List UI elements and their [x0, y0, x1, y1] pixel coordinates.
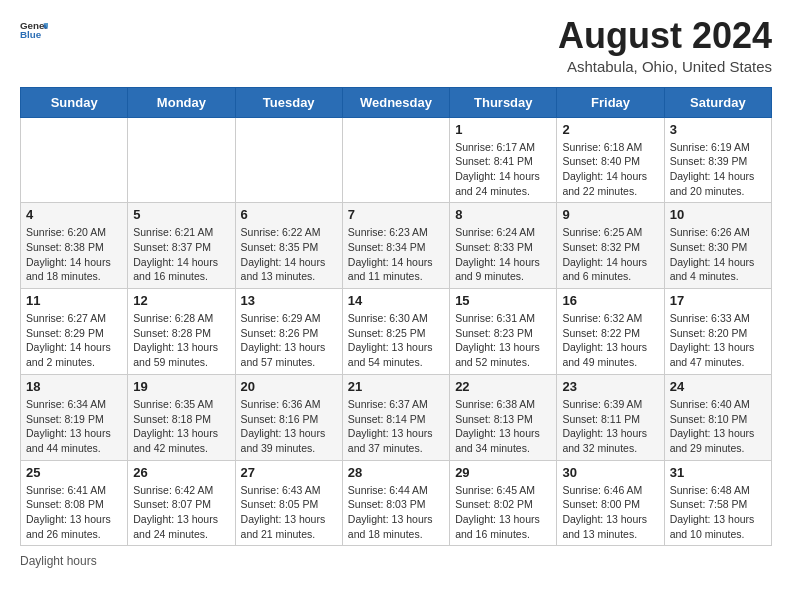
- cell-detail: Sunrise: 6:32 AM Sunset: 8:22 PM Dayligh…: [562, 311, 658, 370]
- date-number: 30: [562, 465, 658, 480]
- calendar-day-header: Friday: [557, 87, 664, 117]
- title-area: August 2024 Ashtabula, Ohio, United Stat…: [558, 16, 772, 75]
- date-number: 4: [26, 207, 122, 222]
- date-number: 23: [562, 379, 658, 394]
- calendar-cell: 12Sunrise: 6:28 AM Sunset: 8:28 PM Dayli…: [128, 289, 235, 375]
- cell-detail: Sunrise: 6:48 AM Sunset: 7:58 PM Dayligh…: [670, 483, 766, 542]
- logo: General Blue: [20, 16, 48, 44]
- calendar-cell: 4Sunrise: 6:20 AM Sunset: 8:38 PM Daylig…: [21, 203, 128, 289]
- cell-detail: Sunrise: 6:21 AM Sunset: 8:37 PM Dayligh…: [133, 225, 229, 284]
- cell-detail: Sunrise: 6:35 AM Sunset: 8:18 PM Dayligh…: [133, 397, 229, 456]
- calendar-day-header: Saturday: [664, 87, 771, 117]
- date-number: 16: [562, 293, 658, 308]
- calendar-table: SundayMondayTuesdayWednesdayThursdayFrid…: [20, 87, 772, 547]
- cell-detail: Sunrise: 6:26 AM Sunset: 8:30 PM Dayligh…: [670, 225, 766, 284]
- date-number: 24: [670, 379, 766, 394]
- cell-detail: Sunrise: 6:31 AM Sunset: 8:23 PM Dayligh…: [455, 311, 551, 370]
- cell-detail: Sunrise: 6:43 AM Sunset: 8:05 PM Dayligh…: [241, 483, 337, 542]
- calendar-cell: 16Sunrise: 6:32 AM Sunset: 8:22 PM Dayli…: [557, 289, 664, 375]
- date-number: 14: [348, 293, 444, 308]
- cell-detail: Sunrise: 6:45 AM Sunset: 8:02 PM Dayligh…: [455, 483, 551, 542]
- page-title: August 2024: [558, 16, 772, 56]
- calendar-day-header: Monday: [128, 87, 235, 117]
- calendar-week-row: 25Sunrise: 6:41 AM Sunset: 8:08 PM Dayli…: [21, 460, 772, 546]
- page-header: General Blue August 2024 Ashtabula, Ohio…: [20, 16, 772, 75]
- calendar-cell: 3Sunrise: 6:19 AM Sunset: 8:39 PM Daylig…: [664, 117, 771, 203]
- cell-detail: Sunrise: 6:18 AM Sunset: 8:40 PM Dayligh…: [562, 140, 658, 199]
- date-number: 20: [241, 379, 337, 394]
- calendar-cell: 27Sunrise: 6:43 AM Sunset: 8:05 PM Dayli…: [235, 460, 342, 546]
- calendar-cell: 10Sunrise: 6:26 AM Sunset: 8:30 PM Dayli…: [664, 203, 771, 289]
- calendar-cell: 25Sunrise: 6:41 AM Sunset: 8:08 PM Dayli…: [21, 460, 128, 546]
- calendar-week-row: 18Sunrise: 6:34 AM Sunset: 8:19 PM Dayli…: [21, 374, 772, 460]
- calendar-cell: 7Sunrise: 6:23 AM Sunset: 8:34 PM Daylig…: [342, 203, 449, 289]
- calendar-cell: 28Sunrise: 6:44 AM Sunset: 8:03 PM Dayli…: [342, 460, 449, 546]
- cell-detail: Sunrise: 6:36 AM Sunset: 8:16 PM Dayligh…: [241, 397, 337, 456]
- cell-detail: Sunrise: 6:20 AM Sunset: 8:38 PM Dayligh…: [26, 225, 122, 284]
- calendar-cell: [342, 117, 449, 203]
- calendar-cell: 1Sunrise: 6:17 AM Sunset: 8:41 PM Daylig…: [450, 117, 557, 203]
- calendar-day-header: Wednesday: [342, 87, 449, 117]
- page-subtitle: Ashtabula, Ohio, United States: [558, 58, 772, 75]
- cell-detail: Sunrise: 6:22 AM Sunset: 8:35 PM Dayligh…: [241, 225, 337, 284]
- calendar-cell: 6Sunrise: 6:22 AM Sunset: 8:35 PM Daylig…: [235, 203, 342, 289]
- date-number: 27: [241, 465, 337, 480]
- calendar-cell: 5Sunrise: 6:21 AM Sunset: 8:37 PM Daylig…: [128, 203, 235, 289]
- date-number: 15: [455, 293, 551, 308]
- cell-detail: Sunrise: 6:27 AM Sunset: 8:29 PM Dayligh…: [26, 311, 122, 370]
- date-number: 10: [670, 207, 766, 222]
- date-number: 12: [133, 293, 229, 308]
- calendar-day-header: Tuesday: [235, 87, 342, 117]
- calendar-week-row: 4Sunrise: 6:20 AM Sunset: 8:38 PM Daylig…: [21, 203, 772, 289]
- cell-detail: Sunrise: 6:44 AM Sunset: 8:03 PM Dayligh…: [348, 483, 444, 542]
- date-number: 28: [348, 465, 444, 480]
- calendar-cell: [235, 117, 342, 203]
- logo-icon: General Blue: [20, 16, 48, 44]
- date-number: 26: [133, 465, 229, 480]
- cell-detail: Sunrise: 6:46 AM Sunset: 8:00 PM Dayligh…: [562, 483, 658, 542]
- cell-detail: Sunrise: 6:28 AM Sunset: 8:28 PM Dayligh…: [133, 311, 229, 370]
- calendar-cell: 17Sunrise: 6:33 AM Sunset: 8:20 PM Dayli…: [664, 289, 771, 375]
- calendar-cell: 30Sunrise: 6:46 AM Sunset: 8:00 PM Dayli…: [557, 460, 664, 546]
- calendar-cell: 13Sunrise: 6:29 AM Sunset: 8:26 PM Dayli…: [235, 289, 342, 375]
- date-number: 18: [26, 379, 122, 394]
- cell-detail: Sunrise: 6:39 AM Sunset: 8:11 PM Dayligh…: [562, 397, 658, 456]
- date-number: 7: [348, 207, 444, 222]
- calendar-cell: 24Sunrise: 6:40 AM Sunset: 8:10 PM Dayli…: [664, 374, 771, 460]
- date-number: 5: [133, 207, 229, 222]
- cell-detail: Sunrise: 6:24 AM Sunset: 8:33 PM Dayligh…: [455, 225, 551, 284]
- calendar-cell: 22Sunrise: 6:38 AM Sunset: 8:13 PM Dayli…: [450, 374, 557, 460]
- cell-detail: Sunrise: 6:25 AM Sunset: 8:32 PM Dayligh…: [562, 225, 658, 284]
- footer-note: Daylight hours: [20, 554, 772, 568]
- calendar-cell: 19Sunrise: 6:35 AM Sunset: 8:18 PM Dayli…: [128, 374, 235, 460]
- date-number: 29: [455, 465, 551, 480]
- date-number: 3: [670, 122, 766, 137]
- cell-detail: Sunrise: 6:40 AM Sunset: 8:10 PM Dayligh…: [670, 397, 766, 456]
- calendar-cell: [128, 117, 235, 203]
- calendar-cell: 26Sunrise: 6:42 AM Sunset: 8:07 PM Dayli…: [128, 460, 235, 546]
- date-number: 17: [670, 293, 766, 308]
- date-number: 9: [562, 207, 658, 222]
- date-number: 13: [241, 293, 337, 308]
- calendar-cell: 21Sunrise: 6:37 AM Sunset: 8:14 PM Dayli…: [342, 374, 449, 460]
- calendar-week-row: 1Sunrise: 6:17 AM Sunset: 8:41 PM Daylig…: [21, 117, 772, 203]
- calendar-cell: 11Sunrise: 6:27 AM Sunset: 8:29 PM Dayli…: [21, 289, 128, 375]
- date-number: 21: [348, 379, 444, 394]
- calendar-cell: 2Sunrise: 6:18 AM Sunset: 8:40 PM Daylig…: [557, 117, 664, 203]
- date-number: 31: [670, 465, 766, 480]
- cell-detail: Sunrise: 6:23 AM Sunset: 8:34 PM Dayligh…: [348, 225, 444, 284]
- calendar-week-row: 11Sunrise: 6:27 AM Sunset: 8:29 PM Dayli…: [21, 289, 772, 375]
- date-number: 8: [455, 207, 551, 222]
- calendar-cell: 20Sunrise: 6:36 AM Sunset: 8:16 PM Dayli…: [235, 374, 342, 460]
- calendar-body: 1Sunrise: 6:17 AM Sunset: 8:41 PM Daylig…: [21, 117, 772, 546]
- calendar-cell: 29Sunrise: 6:45 AM Sunset: 8:02 PM Dayli…: [450, 460, 557, 546]
- cell-detail: Sunrise: 6:41 AM Sunset: 8:08 PM Dayligh…: [26, 483, 122, 542]
- date-number: 19: [133, 379, 229, 394]
- cell-detail: Sunrise: 6:19 AM Sunset: 8:39 PM Dayligh…: [670, 140, 766, 199]
- calendar-cell: 14Sunrise: 6:30 AM Sunset: 8:25 PM Dayli…: [342, 289, 449, 375]
- calendar-cell: 18Sunrise: 6:34 AM Sunset: 8:19 PM Dayli…: [21, 374, 128, 460]
- cell-detail: Sunrise: 6:42 AM Sunset: 8:07 PM Dayligh…: [133, 483, 229, 542]
- cell-detail: Sunrise: 6:17 AM Sunset: 8:41 PM Dayligh…: [455, 140, 551, 199]
- calendar-cell: 31Sunrise: 6:48 AM Sunset: 7:58 PM Dayli…: [664, 460, 771, 546]
- calendar-cell: 8Sunrise: 6:24 AM Sunset: 8:33 PM Daylig…: [450, 203, 557, 289]
